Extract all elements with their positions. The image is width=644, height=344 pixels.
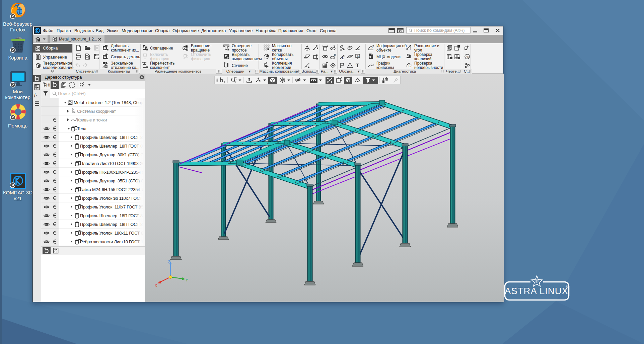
svg-text:Y: Y	[186, 278, 188, 282]
svg-text:E: E	[342, 56, 344, 60]
svg-text:T: T	[356, 63, 359, 68]
svg-text:Z: Z	[168, 260, 170, 264]
svg-text:2 12: 2 12	[46, 85, 50, 87]
svg-text:ASTRA LINUX: ASTRA LINUX	[505, 286, 568, 296]
svg-text:G?: G?	[409, 64, 412, 68]
svg-text:?: ?	[410, 47, 411, 50]
svg-text:АБ: АБ	[466, 55, 470, 59]
svg-text:®: ®	[566, 285, 568, 289]
svg-text:?: ?	[371, 46, 373, 49]
svg-text:R: R	[334, 54, 336, 56]
svg-text:X: X	[155, 283, 157, 287]
svg-text:1 11: 1 11	[46, 83, 50, 85]
svg-text:A: A	[357, 55, 359, 58]
